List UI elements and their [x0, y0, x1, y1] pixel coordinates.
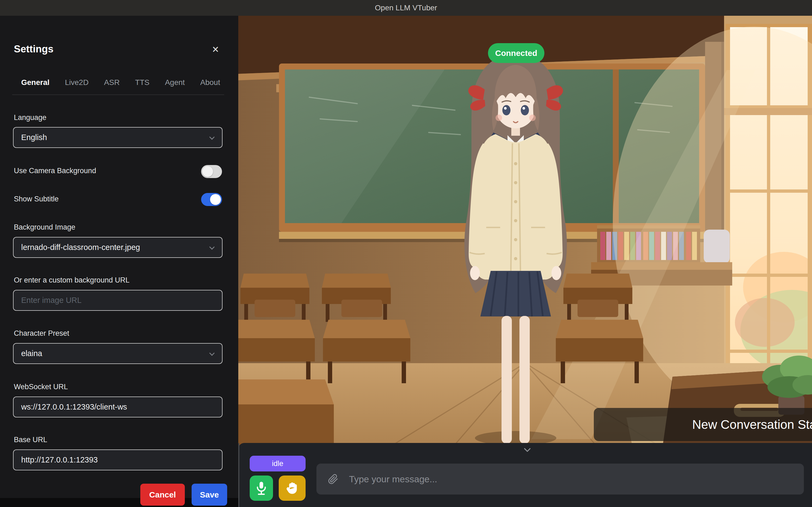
background-image-select[interactable]: lernado-diff-classroom-center.jpeg [13, 237, 223, 258]
connection-status-badge[interactable]: Connected [488, 43, 544, 63]
toggle-knob [210, 194, 221, 205]
custom-background-url-input[interactable] [13, 290, 223, 311]
chevron-down-icon [524, 445, 531, 452]
close-settings-button[interactable]: × [207, 41, 224, 58]
microphone-button[interactable] [250, 475, 273, 501]
tab-general[interactable]: General [21, 78, 49, 87]
microphone-icon [255, 481, 268, 496]
chevron-down-icon [209, 134, 215, 140]
use-camera-background-toggle[interactable] [201, 165, 222, 178]
ai-state-label: idle [272, 459, 283, 468]
subtitle-overlay: New Conversation Started [594, 408, 812, 441]
vtuber-stage: Connected New Conversation Started [238, 16, 812, 507]
cancel-button[interactable]: Cancel [140, 484, 185, 506]
base-url-label: Base URL [14, 436, 47, 444]
chevron-down-icon [209, 244, 215, 250]
tab-live2d[interactable]: Live2D [65, 78, 89, 87]
tab-agent[interactable]: Agent [165, 78, 185, 87]
raised-hand-icon [286, 482, 299, 495]
ai-state-badge[interactable]: idle [250, 456, 305, 471]
tabs-divider [12, 95, 224, 95]
settings-panel: Settings × General Live2D ASR TTS Agent … [0, 16, 238, 498]
message-footer: idle [238, 443, 812, 507]
toggle-knob [202, 166, 213, 177]
settings-tabs: General Live2D ASR TTS Agent About [21, 78, 220, 87]
chevron-down-icon [209, 350, 215, 356]
window-title: Open LLM VTuber [375, 4, 437, 12]
character-preset-select[interactable]: elaina [13, 343, 223, 364]
collapse-footer-button[interactable] [521, 444, 533, 453]
language-label: Language [14, 113, 46, 122]
interrupt-button[interactable] [279, 475, 305, 501]
subtitle-text: New Conversation Started [692, 417, 812, 432]
tab-asr[interactable]: ASR [104, 78, 120, 87]
show-subtitle-label: Show Subtitle [14, 195, 59, 203]
save-button[interactable]: Save [192, 484, 227, 506]
websocket-url-input[interactable] [13, 397, 223, 417]
websocket-url-label: WebSocket URL [14, 383, 68, 391]
tab-tts[interactable]: TTS [135, 78, 150, 87]
settings-title: Settings [14, 44, 53, 55]
character-preset-value: elaina [21, 349, 42, 358]
custom-background-url-label: Or enter a custom background URL [14, 276, 129, 284]
window-titlebar: Open LLM VTuber [0, 0, 812, 16]
language-select[interactable]: English [13, 127, 223, 148]
background-image-value: lernado-diff-classroom-center.jpeg [21, 243, 140, 252]
language-value: English [21, 133, 47, 142]
show-subtitle-toggle[interactable] [201, 193, 222, 206]
base-url-input[interactable] [13, 449, 223, 470]
background-image-label: Background Image [14, 223, 75, 231]
connection-status-label: Connected [495, 49, 537, 58]
character-preset-label: Character Preset [14, 329, 69, 338]
message-input[interactable] [316, 463, 804, 495]
use-camera-background-label: Use Camera Background [14, 167, 96, 175]
tab-about[interactable]: About [200, 78, 220, 87]
